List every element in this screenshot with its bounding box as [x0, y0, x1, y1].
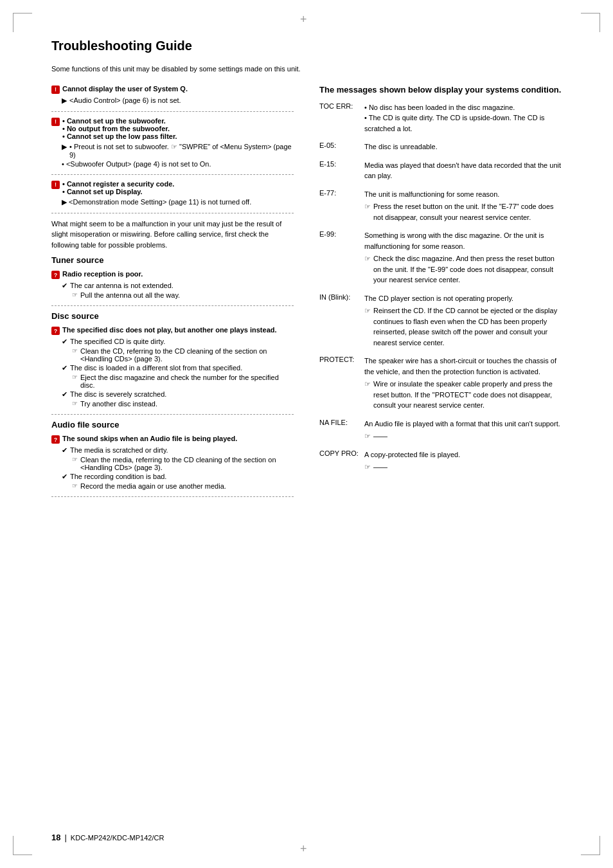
cassette-icon-audio-2: ☞ — [72, 482, 78, 489]
error-row-protect: PROTECT: The speaker wire has a short-ci… — [319, 356, 562, 411]
protect-sub: ☞ Wire or insulate the speaker cable pro… — [364, 379, 562, 411]
error-icon-audio: ? — [51, 435, 60, 444]
code-e15: E-15: — [319, 160, 364, 168]
error-row-in: IN (Blink): The CD player section is not… — [319, 293, 562, 348]
code-e99: E-99: — [319, 230, 364, 238]
arrow-icon-2: ▶ — [62, 143, 67, 151]
audio-check-1: ✔ The media is scratched or dirty. — [62, 446, 294, 455]
e77-sub: ☞ Press the reset button on the unit. If… — [364, 201, 562, 222]
error-disc: ? The specified disc does not play, but … — [51, 326, 294, 408]
radio-desc-1: The car antenna is not extended. — [70, 282, 173, 289]
arrow-in: ☞ — [364, 305, 371, 316]
audio-sub-1: ☞ Clean the media, referring to the CD c… — [72, 456, 294, 471]
error-row-copypro: COPY PRO: A copy-protected file is playe… — [319, 449, 562, 473]
error-system-q-label: Cannot display the user of System Q. — [62, 85, 188, 93]
radio-check-1: ✔ The car antenna is not extended. — [62, 282, 294, 290]
error-row-e77: E-77: The unit is malfunctioning for som… — [319, 189, 562, 223]
audio-check-2: ✔ The recording condition is bad. — [62, 473, 294, 481]
right-header-text: The messages shown below display your sy… — [319, 85, 561, 95]
system-q-arrow-item: ▶ <Audio Control> (page 6) is not set. — [62, 96, 294, 105]
divider-5 — [51, 414, 294, 415]
error-system-q-title: ! Cannot display the user of System Q. — [51, 85, 294, 94]
subwoofer-desc-1: • Preout is not set to subwoofer. ☞ "SWP… — [69, 143, 294, 159]
subwoofer-indent: • <Subwoofer Output> (page 4) is not set… — [62, 160, 294, 168]
error-code-table: TOC ERR: • No disc has been loaded in th… — [319, 102, 562, 473]
error-row-toc: TOC ERR: • No disc has been loaded in th… — [319, 102, 562, 134]
crosshair-top — [300, 13, 313, 26]
footer-model: KDC-MP242/KDC-MP142/CR — [71, 834, 164, 842]
divider-6 — [51, 496, 294, 497]
security-line-1: • Cannot register a security code. — [62, 180, 174, 188]
code-copypro: COPY PRO: — [319, 449, 364, 457]
crosshair-bottom — [300, 842, 313, 855]
code-e77: E-77: — [319, 189, 364, 197]
desc-copypro: A copy-protected file is played. ☞ —— — [364, 449, 562, 473]
check-icon-1: ✔ — [62, 282, 67, 290]
audio-sub-2: ☞ Record the media again or use another … — [72, 482, 294, 490]
disc-desc-1: The specified CD is quite dirty. — [70, 338, 165, 345]
error-row-e15: E-15: Media was played that doesn't have… — [319, 160, 562, 181]
check-icon-disc-2: ✔ — [62, 364, 67, 372]
cassette-icon-disc-2: ☞ — [72, 374, 78, 381]
radio-sub-1: ☞ Pull the antenna out all the way. — [72, 291, 294, 299]
subwoofer-line-1: • Cannot set up the subwoofer. — [62, 117, 177, 125]
error-audio-label: The sound skips when an Audio file is be… — [62, 435, 237, 442]
check-icon-audio-2: ✔ — [62, 473, 67, 481]
system-q-desc: <Audio Control> (page 6) is not set. — [69, 96, 181, 104]
error-icon-subwoofer: ! — [51, 118, 60, 126]
error-audio-title: ? The sound skips when an Audio file is … — [51, 435, 294, 444]
code-toc: TOC ERR: — [319, 102, 364, 110]
para-text: What might seem to be a malfunction in y… — [51, 219, 294, 251]
disc-sub-1: ☞ Clean the CD, referring to the CD clea… — [72, 347, 294, 363]
error-security: ! • Cannot register a security code. • C… — [51, 180, 294, 206]
right-column: The messages shown below display your sy… — [319, 85, 562, 503]
arrow-nafile: ☞ — [364, 431, 371, 442]
disc-sub-2: ☞ Eject the disc magazine and check the … — [72, 374, 294, 389]
error-icon-system-q: ! — [51, 86, 60, 94]
cassette-icon-audio-1: ☞ — [72, 456, 78, 463]
in-sub-text: Reinsert the CD. If the CD cannot be eje… — [373, 305, 562, 348]
arrow-icon: ▶ — [62, 96, 67, 105]
desc-toc: • No disc has been loaded in the disc ma… — [364, 102, 562, 134]
divider-4 — [51, 305, 294, 306]
error-row-e99: E-99: Something is wrong with the disc m… — [319, 230, 562, 285]
check-icon-audio-1: ✔ — [62, 446, 67, 455]
desc-nafile: An Audio file is played with a format th… — [364, 419, 562, 442]
check-icon-disc-3: ✔ — [62, 390, 67, 399]
code-in: IN (Blink): — [319, 293, 364, 301]
desc-e99: Something is wrong with the disc magazin… — [364, 230, 562, 285]
nafile-sub: ☞ —— — [364, 431, 562, 442]
error-row-nafile: NA FILE: An Audio file is played with a … — [319, 419, 562, 442]
desc-e05: The disc is unreadable. — [364, 141, 562, 152]
error-radio: ? Radio reception is poor. ✔ The car ant… — [51, 270, 294, 299]
disc-check-3: ✔ The disc is severely scratched. — [62, 390, 294, 399]
check-icon-disc-1: ✔ — [62, 338, 67, 346]
copypro-sub-text: —— — [373, 462, 387, 473]
footer-number: 18 — [51, 833, 60, 842]
error-disc-label: The specified disc does not play, but an… — [62, 326, 277, 334]
security-title-lines: • Cannot register a security code. • Can… — [62, 180, 174, 195]
code-nafile: NA FILE: — [319, 419, 364, 426]
code-e05: E-05: — [319, 141, 364, 149]
left-column: ! Cannot display the user of System Q. ▶… — [51, 85, 294, 503]
arrow-e99: ☞ — [364, 253, 371, 264]
corner-mark-tr — [581, 13, 600, 32]
error-icon-radio: ? — [51, 271, 60, 279]
error-subwoofer: ! • Cannot set up the subwoofer. • No ou… — [51, 117, 294, 168]
protect-sub-text: Wire or insulate the speaker cable prope… — [373, 379, 562, 411]
disc-sub-desc-2: Eject the disc magazine and check the nu… — [80, 374, 294, 389]
corner-mark-br — [581, 836, 600, 855]
right-header: The messages shown below display your sy… — [319, 85, 562, 95]
page-title: Troubleshooting Guide — [51, 39, 562, 53]
e99-sub: ☞ Check the disc magazine. And then pres… — [364, 253, 562, 285]
error-security-title: ! • Cannot register a security code. • C… — [51, 180, 294, 195]
cassette-icon-1: ☞ — [72, 291, 78, 298]
disc-desc-2: The disc is loaded in a different slot f… — [70, 364, 242, 372]
error-system-q: ! Cannot display the user of System Q. ▶… — [51, 85, 294, 105]
two-col-layout: ! Cannot display the user of System Q. ▶… — [51, 85, 562, 503]
audio-sub-desc-2: Record the media again or use another me… — [80, 482, 226, 490]
tuner-header: Tuner source — [51, 255, 294, 265]
error-radio-title: ? Radio reception is poor. — [51, 270, 294, 279]
disc-check-1: ✔ The specified CD is quite dirty. — [62, 338, 294, 346]
subwoofer-title-lines: • Cannot set up the subwoofer. • No outp… — [62, 117, 177, 140]
